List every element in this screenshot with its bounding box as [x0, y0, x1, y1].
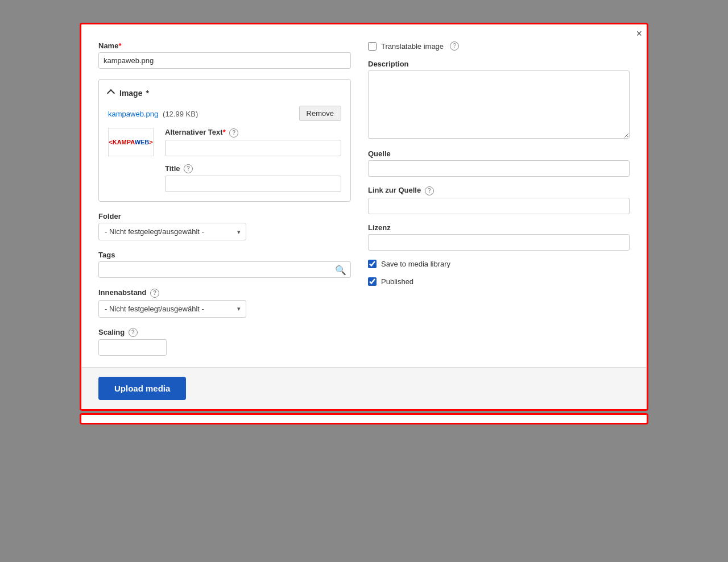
image-thumbnail: <KAMPAWEB>: [108, 128, 154, 156]
quelle-label: Quelle: [368, 149, 630, 158]
lizenz-input[interactable]: [368, 234, 630, 251]
translatable-checkbox-row: Translatable image ?: [368, 41, 630, 51]
folder-field-group: Folder - Nicht festgelegt/ausgewählt - ▾: [98, 212, 351, 240]
link-quelle-label: Link zur Quelle ?: [368, 186, 630, 195]
file-link[interactable]: kampaweb.png: [108, 110, 158, 118]
name-field-group: Name*: [98, 41, 351, 69]
image-preview-area: <KAMPAWEB> Alternativer Text* ?: [108, 128, 341, 192]
innenabstand-select-wrapper: - Nicht festgelegt/ausgewählt - ▾: [98, 300, 246, 318]
chevron-up-icon: [107, 89, 115, 97]
published-label: Published: [381, 277, 413, 286]
right-column: Translatable image ? Description Quelle: [368, 41, 630, 356]
tags-field-group: Tags 🔍: [98, 251, 351, 278]
file-info: kampaweb.png (12.99 KB): [108, 109, 198, 118]
quelle-field-group: Quelle: [368, 149, 630, 177]
alt-text-input[interactable]: [165, 140, 341, 156]
translatable-checkbox[interactable]: [368, 42, 377, 51]
link-quelle-field-group: Link zur Quelle ?: [368, 186, 630, 214]
modal-outer: × Name* Image: [80, 23, 648, 411]
alt-text-field-group: Alternativer Text* ?: [165, 128, 341, 156]
left-column: Name* Image * kampaweb.png: [98, 41, 351, 356]
modal-body: Name* Image * kampaweb.png: [81, 24, 647, 361]
remove-button[interactable]: Remove: [299, 106, 341, 121]
scaling-field-group: Scaling ?: [98, 328, 351, 356]
innenabstand-help-icon: ?: [150, 289, 159, 298]
published-checkbox-row: Published: [368, 277, 630, 286]
image-file-row: kampaweb.png (12.99 KB) Remove: [108, 106, 341, 121]
alt-text-help-icon: ?: [229, 128, 238, 138]
folder-label: Folder: [98, 212, 351, 220]
tags-input-wrapper: 🔍: [98, 261, 351, 278]
link-quelle-help-icon: ?: [425, 186, 434, 195]
tags-search-icon[interactable]: 🔍: [335, 264, 346, 275]
alt-text-label: Alternativer Text* ?: [165, 128, 341, 138]
folder-select-wrapper: - Nicht festgelegt/ausgewählt - ▾: [98, 223, 246, 240]
name-input[interactable]: [98, 52, 351, 69]
kampaweb-logo: <KAMPAWEB>: [109, 139, 152, 145]
translatable-label: Translatable image: [381, 42, 444, 51]
image-fields: Alternativer Text* ? Title ?: [165, 128, 341, 192]
image-required-star: *: [146, 89, 148, 98]
image-section-label: Image: [119, 89, 142, 98]
description-label: Description: [368, 60, 630, 68]
title-input[interactable]: [165, 176, 341, 192]
title-label: Title ?: [165, 164, 341, 174]
description-field-group: Description: [368, 60, 630, 140]
image-section: Image * kampaweb.png (12.99 KB) Remove: [98, 79, 351, 202]
scaling-help-icon: ?: [129, 328, 138, 337]
save-to-media-checkbox[interactable]: [368, 260, 377, 268]
description-textarea[interactable]: [368, 70, 630, 139]
lizenz-field-group: Lizenz: [368, 223, 630, 251]
scaling-input[interactable]: [98, 339, 167, 356]
save-to-media-checkbox-row: Save to media library: [368, 260, 630, 268]
tags-input[interactable]: [98, 261, 351, 278]
lizenz-label: Lizenz: [368, 223, 630, 232]
innenabstand-select[interactable]: - Nicht festgelegt/ausgewählt -: [98, 300, 246, 318]
link-quelle-input[interactable]: [368, 198, 630, 214]
innenabstand-label: Innenabstand ?: [98, 288, 351, 298]
save-to-media-label: Save to media library: [381, 260, 450, 268]
footer-bar: Upload media: [81, 367, 647, 409]
file-size: (12.99 KB): [163, 110, 198, 118]
scaling-label: Scaling ?: [98, 328, 351, 338]
tags-label: Tags: [98, 251, 351, 259]
page-wrapper: × Name* Image: [11, 11, 717, 562]
close-button[interactable]: ×: [636, 28, 642, 40]
title-field-group: Title ?: [165, 164, 341, 193]
translatable-help-icon: ?: [450, 41, 459, 51]
upload-media-button[interactable]: Upload media: [98, 377, 186, 400]
innenabstand-field-group: Innenabstand ? - Nicht festgelegt/ausgew…: [98, 288, 351, 318]
published-checkbox[interactable]: [368, 277, 377, 286]
image-section-header: Image *: [108, 89, 341, 98]
quelle-input[interactable]: [368, 160, 630, 177]
title-help-icon: ?: [184, 164, 193, 173]
bottom-section: [80, 413, 648, 424]
folder-select[interactable]: - Nicht festgelegt/ausgewählt -: [98, 223, 246, 240]
name-label: Name*: [98, 41, 351, 50]
